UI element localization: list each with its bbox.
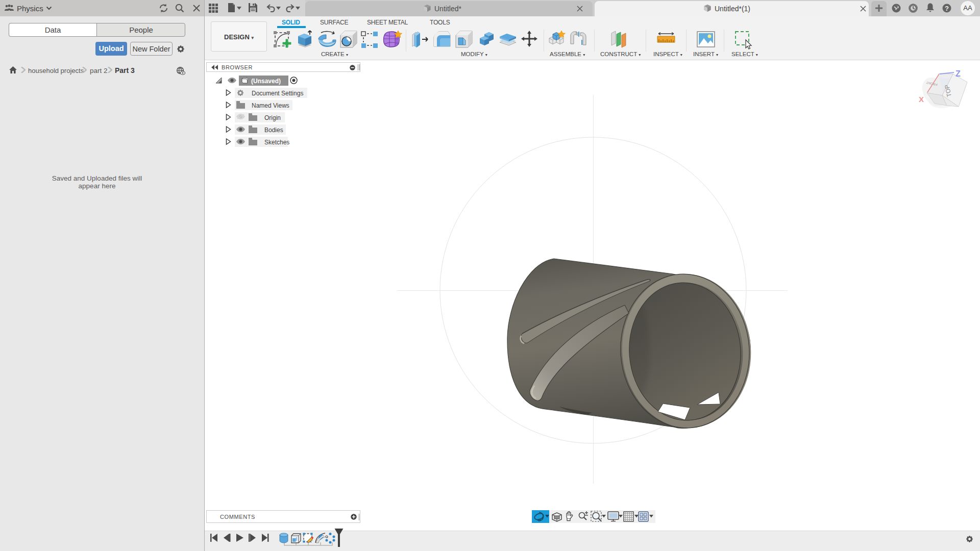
- svg-text:Z: Z: [955, 69, 961, 78]
- svg-text:X: X: [919, 95, 924, 104]
- svg-text:?: ?: [945, 5, 949, 12]
